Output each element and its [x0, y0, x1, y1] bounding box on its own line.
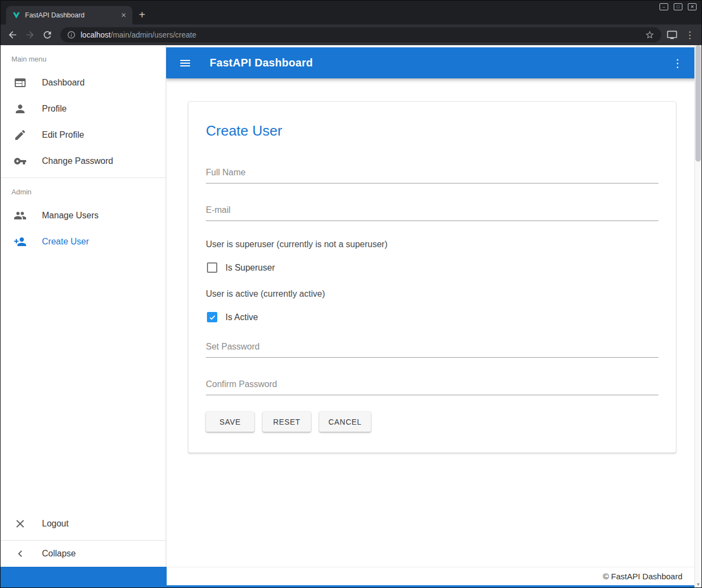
- tab-close-icon[interactable]: ✕: [119, 11, 128, 19]
- address-bar[interactable]: localhost/main/admin/users/create: [60, 27, 661, 42]
- reload-icon[interactable]: [41, 28, 54, 41]
- save-button[interactable]: SAVE: [206, 412, 254, 432]
- sidebar-item-label: Edit Profile: [42, 130, 84, 140]
- browser-tab[interactable]: FastAPI Dashboard ✕: [6, 6, 132, 24]
- reset-button[interactable]: RESET: [263, 412, 311, 432]
- create-user-card: Create User User is superuser (currently…: [188, 101, 676, 453]
- sidebar-section-admin: Admin: [1, 178, 166, 203]
- app-bar: FastAPI Dashboard ⋮: [166, 47, 701, 78]
- pencil-icon: [14, 128, 27, 142]
- sidebar-item-profile[interactable]: Profile: [1, 96, 166, 122]
- sidebar-item-label: Dashboard: [42, 78, 84, 88]
- sidebar-item-label: Manage Users: [42, 211, 99, 220]
- email-input[interactable]: [206, 202, 658, 221]
- bookmark-star-icon[interactable]: [645, 30, 655, 40]
- email-field-wrap: [206, 202, 658, 221]
- url-path: /main/admin/users/create: [111, 30, 196, 39]
- window-controls: – □ ✕: [660, 3, 697, 10]
- back-icon[interactable]: [6, 28, 19, 41]
- full-name-field-wrap: [206, 164, 658, 183]
- page-scrollbar[interactable]: ▼: [694, 45, 701, 587]
- check-icon: [209, 314, 216, 321]
- active-checkbox[interactable]: [207, 312, 217, 322]
- active-hint: User is active (currently active): [206, 289, 658, 299]
- superuser-checkbox-label: Is Superuser: [225, 263, 275, 273]
- superuser-hint: User is superuser (currently is not a su…: [206, 240, 658, 249]
- sidebar-item-change-password[interactable]: Change Password: [1, 148, 166, 174]
- app-title: FastAPI Dashboard: [210, 57, 313, 69]
- active-checkbox-row[interactable]: Is Active: [207, 312, 658, 322]
- form-buttons: SAVE RESET CANCEL: [206, 412, 658, 432]
- sidebar-item-label: Collapse: [42, 549, 76, 559]
- confirm-password-input[interactable]: [206, 376, 658, 395]
- main-area: FastAPI Dashboard ⋮ Create User User is …: [166, 45, 701, 567]
- full-name-input[interactable]: [206, 164, 658, 183]
- browser-tab-strip: FastAPI Dashboard ✕ + – □ ✕: [1, 1, 701, 24]
- set-password-field-wrap: [206, 339, 658, 358]
- page: Main menu Dashboard Profile Edit Profile: [1, 45, 701, 587]
- sidebar-item-label: Logout: [42, 519, 69, 529]
- page-title: Create User: [206, 122, 658, 139]
- appbar-menu-icon[interactable]: ⋮: [671, 57, 684, 70]
- sidebar-item-label: Change Password: [42, 156, 113, 166]
- content: Create User User is superuser (currently…: [166, 78, 701, 567]
- dashboard-icon: [14, 76, 27, 89]
- close-x-icon: [14, 517, 27, 530]
- browser-toolbar: localhost/main/admin/users/create ⋮: [1, 24, 701, 45]
- scrollbar-thumb[interactable]: [695, 45, 701, 162]
- site-info-icon[interactable]: [67, 30, 76, 39]
- group-icon: [14, 209, 27, 222]
- sidebar-item-label: Create User: [42, 237, 89, 247]
- close-button[interactable]: ✕: [688, 3, 697, 10]
- person-add-icon: [14, 235, 27, 248]
- sidebar-item-dashboard[interactable]: Dashboard: [1, 70, 166, 96]
- sidebar-section-main-menu: Main menu: [1, 45, 166, 70]
- copyright-text: © FastAPI Dashboard: [603, 572, 682, 581]
- active-checkbox-label: Is Active: [225, 313, 258, 322]
- url-host: localhost: [81, 30, 111, 39]
- forward-icon[interactable]: [23, 28, 36, 41]
- sidebar-spacer: [1, 255, 166, 511]
- set-password-input[interactable]: [206, 339, 658, 358]
- sidebar-item-logout[interactable]: Logout: [1, 511, 166, 537]
- cancel-button[interactable]: CANCEL: [319, 412, 371, 432]
- new-tab-button[interactable]: +: [139, 9, 145, 20]
- copyright-footer: © FastAPI Dashboard: [167, 567, 694, 585]
- cast-icon[interactable]: [667, 29, 677, 40]
- superuser-checkbox-row[interactable]: Is Superuser: [207, 262, 658, 273]
- superuser-checkbox[interactable]: [207, 262, 217, 273]
- tab-title: FastAPI Dashboard: [25, 11, 115, 19]
- chevron-left-icon: [14, 547, 27, 560]
- sidebar-item-edit-profile[interactable]: Edit Profile: [1, 122, 166, 148]
- sidebar-item-manage-users[interactable]: Manage Users: [1, 203, 166, 229]
- sidebar: Main menu Dashboard Profile Edit Profile: [1, 45, 166, 567]
- scrollbar-down-arrow-icon[interactable]: ▼: [695, 582, 701, 587]
- browser-window: FastAPI Dashboard ✕ + – □ ✕ localhost/ma…: [0, 0, 702, 588]
- person-icon: [14, 102, 27, 115]
- vuetify-favicon-icon: [12, 11, 21, 20]
- key-icon: [14, 155, 27, 168]
- sidebar-item-collapse[interactable]: Collapse: [1, 541, 166, 567]
- sidebar-item-label: Profile: [42, 104, 66, 114]
- minimize-button[interactable]: –: [660, 3, 668, 10]
- hamburger-menu-icon[interactable]: [179, 57, 192, 70]
- browser-menu-icon[interactable]: ⋮: [685, 29, 694, 41]
- sidebar-item-create-user[interactable]: Create User: [1, 229, 166, 255]
- confirm-password-field-wrap: [206, 376, 658, 395]
- maximize-button[interactable]: □: [674, 3, 682, 10]
